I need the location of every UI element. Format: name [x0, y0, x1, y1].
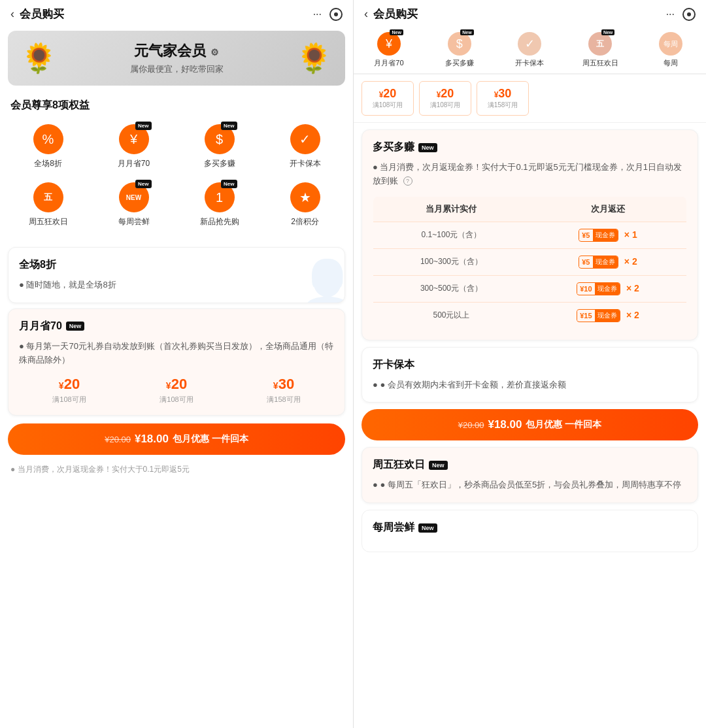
card-body: 随时随地，就是全场8折	[19, 278, 334, 292]
voucher-label: 现金券	[595, 310, 620, 322]
tab-weekly[interactable]: 每周 每周	[635, 29, 706, 73]
voucher-amount: ¥15	[577, 310, 594, 321]
benefit-label: 全场8折	[34, 158, 62, 169]
card-title: 全场8折	[19, 258, 334, 272]
banner-content: 元气家会员 ⚙ 属你最便宜，好吃带回家	[65, 41, 288, 75]
gear-icon: ⚙	[210, 47, 219, 58]
tab-icon-shield: ✓	[518, 32, 541, 56]
cta-button[interactable]: ¥20.00 ¥18.00 包月优惠 一件回本	[8, 423, 345, 455]
voucher-tag: ¥5 现金券	[579, 229, 618, 242]
voucher-tag: ¥15 现金券	[577, 309, 620, 322]
coupon-preview-item[interactable]: ¥20 满108可用	[419, 81, 471, 116]
tab-label: 开卡保本	[515, 58, 544, 68]
voucher-label: 现金券	[595, 283, 620, 295]
card-body: 每月第一天70元礼券自动发放到账（首次礼券购买当日发放），全场商品通用（特殊商品…	[19, 340, 334, 367]
tab-icon-wrap: $ New	[448, 32, 471, 56]
coupon-amount: ¥20	[126, 376, 227, 393]
voucher-tag: ¥10 现金券	[577, 282, 620, 295]
coupon-cond: 满108可用	[126, 395, 227, 405]
flower-right-icon: 🌻	[296, 41, 332, 75]
coupon-cond: 满158可用	[233, 395, 334, 405]
tab-opencard[interactable]: ✓ 开卡保本	[495, 29, 565, 73]
coupon-item[interactable]: ¥20 满108可用	[126, 376, 227, 405]
tab-icon-wrap: ¥ New	[377, 32, 401, 56]
new-badge: New	[418, 523, 437, 533]
left-header: ‹ 会员购买 ···	[0, 0, 353, 25]
tab-new-badge: New	[601, 29, 614, 35]
benefit-item-opencard[interactable]: ✓ 开卡保本	[262, 118, 348, 176]
table-cell-voucher: ¥5 现金券 × 1	[530, 222, 687, 248]
tab-multibuy[interactable]: $ New 多买多赚	[424, 29, 495, 73]
cta-new-price: ¥18.00	[488, 418, 522, 431]
card-80-discount: 全场8折 随时随地，就是全场8折 👤	[8, 247, 345, 303]
new-badge: New	[66, 322, 85, 331]
tab-icon-wrap: 五 New	[588, 32, 612, 56]
multibuy-section: 多买多赚 New 当月消费，次月返现金券！实付大于0.1元即返5元无门槛现金券，…	[361, 129, 698, 340]
tab-icon-wrap: ✓	[518, 32, 541, 56]
more-button[interactable]: ···	[313, 8, 322, 20]
benefit-item-newproduct[interactable]: 1 New 新品抢先购	[176, 176, 262, 234]
voucher-label: 现金券	[593, 229, 618, 241]
benefit-item-discount[interactable]: % 全场8折	[5, 118, 91, 176]
new-badge: New	[221, 122, 237, 130]
more-button[interactable]: ···	[666, 8, 675, 20]
tab-label: 多买多赚	[445, 58, 474, 68]
tab-label: 周五狂欢日	[582, 58, 618, 68]
right-panel: ‹ 会员购买 ··· ¥ New 月月省70 $ New 多买多赚 ✓ 开卡保本	[353, 0, 706, 728]
tab-icon-friday: 五	[588, 32, 612, 56]
info-icon[interactable]: ?	[403, 176, 412, 186]
benefit-label: 多买多赚	[204, 158, 235, 169]
tab-new-badge: New	[390, 29, 403, 35]
section-desc: 当月消费，次月返现金券！实付大于0.1元即返5元无门槛现金券，次月1日自动发放到…	[373, 161, 687, 188]
benefit-item-friday[interactable]: 五 周五狂欢日	[5, 176, 91, 234]
right-scroll-area[interactable]: ¥20 满108可用 ¥20 满108可用 ¥30 满158可用 多买多赚 Ne…	[354, 74, 706, 728]
tabs-bar: ¥ New 月月省70 $ New 多买多赚 ✓ 开卡保本 五 New 周五狂欢…	[354, 25, 706, 74]
tab-friday[interactable]: 五 New 周五狂欢日	[565, 29, 635, 73]
back-button[interactable]: ‹	[10, 7, 14, 21]
times-text: × 2	[626, 283, 639, 293]
benefit-item-monthly70[interactable]: ¥ New 月月省70	[91, 118, 176, 176]
table-header-col1: 当月累计实付	[373, 196, 530, 222]
coupon-item[interactable]: ¥30 满158可用	[233, 376, 334, 405]
benefit-label: 周五狂欢日	[29, 216, 68, 227]
cta-old-price: ¥20.00	[458, 420, 484, 430]
section-title: 每周尝鲜 New	[373, 521, 687, 535]
page-title: 会员购买	[373, 7, 666, 22]
new-badge: New	[135, 180, 151, 188]
benefit-label: 开卡保本	[290, 158, 321, 169]
right-cta-button[interactable]: ¥20.00 ¥18.00 包月优惠 一件回本	[361, 409, 698, 440]
section-title: 开卡保本	[373, 358, 687, 372]
benefit-item-multibuy[interactable]: $ New 多买多赚	[176, 118, 262, 176]
deco-icon: 👤	[299, 257, 345, 303]
benefit-label: 月月省70	[118, 158, 150, 169]
tab-icon-weekly: 每周	[659, 32, 682, 56]
coupon-amount: ¥30	[233, 376, 334, 393]
benefit-item-weekly[interactable]: NEW New 每周尝鲜	[91, 176, 176, 234]
coupon-preview-row: ¥20 满108可用 ¥20 满108可用 ¥30 满158可用	[354, 74, 706, 123]
section-title: 周五狂欢日 New	[373, 458, 687, 472]
cta-new-price: ¥18.00	[135, 433, 169, 446]
coupon-preview-item[interactable]: ¥20 满108可用	[361, 81, 414, 116]
card-monthly70: 月月省70 New 每月第一天70元礼券自动发放到账（首次礼券购买当日发放），全…	[8, 308, 345, 416]
table-row: 500元以上 ¥15 现金券 × 2	[373, 302, 687, 329]
points-icon: ★	[290, 182, 320, 212]
flower-left-icon: 🌻	[21, 41, 57, 75]
target-icon[interactable]	[329, 8, 343, 21]
table-header-col2: 次月返还	[530, 196, 687, 222]
new-badge: New	[135, 122, 151, 130]
benefit-item-points[interactable]: ★ 2倍积分	[262, 176, 348, 234]
cta-desc: 包月优惠 一件回本	[173, 433, 248, 445]
tab-monthly70[interactable]: ¥ New 月月省70	[354, 29, 424, 73]
target-icon[interactable]	[682, 8, 696, 21]
right-header: ‹ 会员购买 ···	[354, 0, 706, 25]
coupon-preview-item[interactable]: ¥30 满158可用	[477, 81, 529, 116]
tab-icon-wrap: 每周	[659, 32, 682, 56]
cp-amount: ¥30	[485, 87, 520, 101]
table-cell-voucher: ¥10 现金券 × 2	[530, 275, 687, 302]
tab-icon-multi: $	[448, 32, 471, 56]
discount-icon: %	[33, 124, 63, 154]
coupon-amount: ¥20	[19, 376, 120, 393]
coupon-item[interactable]: ¥20 满108可用	[19, 376, 120, 405]
opencard-icon: ✓	[290, 124, 320, 154]
back-button[interactable]: ‹	[364, 7, 368, 21]
